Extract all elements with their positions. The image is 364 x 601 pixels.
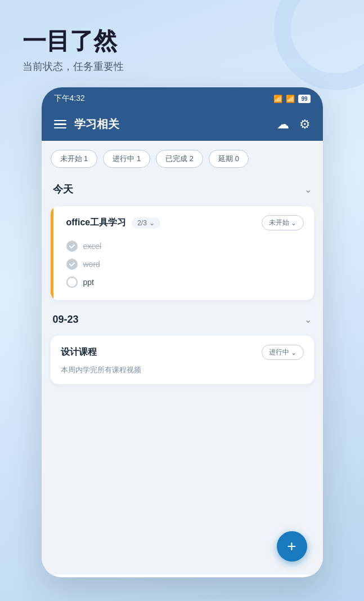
task-card-office-header: office工具学习 2/3 ⌄ 未开始 ⌄ [66,215,304,230]
subtask-ppt[interactable]: ppt [66,273,304,291]
task-desc-design: 本周内学完所有课程视频 [61,366,141,374]
task-status-inprogress[interactable]: 进行中 ⌄ [262,345,304,360]
section-0923[interactable]: 09-23 ⌄ [51,310,314,329]
cloud-icon[interactable]: ☁ [277,117,289,132]
task-card-design: 设计课程 进行中 ⌄ 本周内学完所有课程视频 [51,336,314,384]
subtask-word-label: word [83,260,100,269]
subtask-excel-label: excel [83,242,102,251]
subtask-word[interactable]: word [66,255,304,273]
inprogress-chevron-icon: ⌄ [291,349,296,357]
app-header: 学习相关 ☁ ⚙ [42,110,323,141]
status-time: 下午4:32 [54,94,85,104]
wifi-icon: 📶 [286,95,295,103]
status-icons: 📶 📶 99 [273,95,310,103]
subtask-word-check-icon [66,259,78,270]
subtask-ppt-check-icon [66,277,78,288]
filter-tab-not-started[interactable]: 未开始 1 [51,150,98,168]
subtask-ppt-label: ppt [83,278,94,287]
status-chevron-icon: ⌄ [291,219,296,227]
phone-mockup: 下午4:32 📶 📶 99 学习相关 ☁ ⚙ 未开始 1 进行中 1 已完成 2… [42,87,323,577]
task-name-design: 设计课程 [61,346,97,358]
task-progress-value: 2/3 [137,219,147,227]
task-progress-badge[interactable]: 2/3 ⌄ [132,217,160,229]
settings-icon[interactable]: ⚙ [299,117,311,132]
page-subtitle: 当前状态，任务重要性 [23,60,341,73]
task-accent-bar [51,206,53,300]
menu-button[interactable] [54,120,66,129]
status-bar: 下午4:32 📶 📶 99 [42,87,323,110]
task-card-office: office工具学习 2/3 ⌄ 未开始 ⌄ [51,206,314,300]
app-title: 学习相关 [74,117,119,132]
section-today[interactable]: 今天 ⌄ [51,179,314,199]
task-name-office: office工具学习 [66,217,127,229]
filter-tabs: 未开始 1 进行中 1 已完成 2 延期 0 [51,150,314,168]
section-today-title: 今天 [53,182,73,196]
subtask-check-done-icon [66,241,78,252]
chevron-down-icon: ⌄ [304,184,312,195]
filter-tab-in-progress[interactable]: 进行中 1 [103,150,150,168]
signal-icon: 📶 [273,95,282,103]
app-header-right: ☁ ⚙ [277,117,311,132]
section-0923-title: 09-23 [53,314,79,326]
task-name-row: office工具学习 2/3 ⌄ [66,217,160,229]
plus-icon: + [287,538,296,554]
filter-tab-completed[interactable]: 已完成 2 [156,150,203,168]
task-status-not-started[interactable]: 未开始 ⌄ [262,215,304,230]
task-card-design-header: 设计课程 进行中 ⌄ [61,345,304,360]
page-title: 一目了然 [23,27,341,55]
task-card-office-content: office工具学习 2/3 ⌄ 未开始 ⌄ [61,215,304,291]
page-header: 一目了然 当前状态，任务重要性 [0,0,364,83]
progress-chevron-icon: ⌄ [149,219,155,227]
battery-icon: 99 [298,95,310,103]
chevron-0923-icon: ⌄ [304,314,312,325]
subtask-excel[interactable]: excel [66,237,304,255]
filter-tab-delayed[interactable]: 延期 0 [209,150,249,168]
content-area: 未开始 1 进行中 1 已完成 2 延期 0 今天 ⌄ office工具学习 2… [42,141,323,575]
app-header-left: 学习相关 [54,117,119,132]
add-task-button[interactable]: + [277,531,307,562]
